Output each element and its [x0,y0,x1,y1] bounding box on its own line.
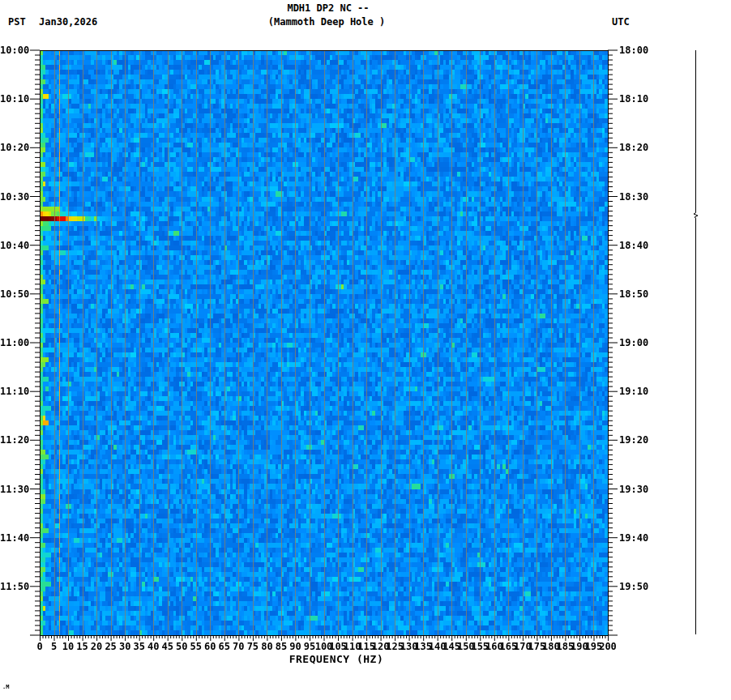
freq-tick-label: 20 [91,642,102,651]
left-time-label: 10:40 [0,241,29,250]
right-time-label: 18:40 [619,241,648,250]
freq-tick-label: 55 [190,642,202,651]
freq-tick-label: 80 [261,642,272,651]
freq-tick-label: 90 [289,642,301,651]
right-time-label: 19:30 [619,484,648,494]
freq-tick-label: 15 [76,642,88,651]
xaxis-title: FREQUENCY (HZ) [247,653,425,665]
amplitude-trace [694,50,698,634]
right-time-label: 18:50 [619,289,648,299]
freq-tick-label: 65 [219,642,230,651]
spectrogram-canvas [40,50,608,635]
freq-tick-label: 50 [176,642,187,651]
left-time-label: 11:00 [0,338,29,348]
page-subtitle: (Mammoth Deep Hole ) [0,16,653,28]
freq-tick-label: 5 [51,642,57,651]
freq-tick-label: 40 [147,642,159,651]
right-time-label: 19:20 [619,435,648,445]
freq-tick-label: 30 [119,642,130,651]
right-time-label: 18:00 [619,45,648,55]
freq-tick-label: 45 [161,642,173,651]
left-time-label: 11:20 [0,435,29,445]
right-time-label: 19:00 [619,338,648,348]
freq-tick-label: 35 [133,642,144,651]
corner-mark: .M [2,685,9,690]
right-time-label: 18:20 [619,143,648,152]
timezone-right-label: UTC [612,17,630,27]
right-time-label: 19:40 [619,533,648,543]
right-time-label: 18:30 [619,192,648,202]
left-time-label: 10:10 [0,94,29,104]
freq-tick-label: 10 [62,642,74,651]
freq-tick-label: 60 [204,642,216,651]
freq-tick-label: 85 [276,642,287,651]
left-time-label: 11:50 [0,582,29,591]
freq-tick-label: 70 [233,642,244,651]
spectrogram-plot [40,50,608,635]
page-title: MDH1 DP2 NC -- [0,2,656,14]
right-time-label: 19:50 [619,582,648,591]
freq-tick-label: 25 [105,642,116,651]
right-time-label: 19:10 [619,386,648,396]
freq-tick-label: 0 [36,642,42,651]
left-time-label: 10:30 [0,192,29,202]
left-time-label: 11:40 [0,533,29,543]
left-time-label: 10:50 [0,289,29,299]
spectrogram-page: { "header": { "tz_left": "PST", "date": … [0,0,731,700]
freq-tick-label: 75 [247,642,259,651]
left-time-label: 10:20 [0,143,29,152]
freq-tick-label: 95 [304,642,315,651]
left-time-label: 11:30 [0,484,29,494]
freq-tick-label: 200 [599,642,617,651]
right-time-label: 18:10 [619,94,648,104]
left-time-label: 11:10 [0,386,29,396]
left-time-label: 10:00 [0,45,29,55]
